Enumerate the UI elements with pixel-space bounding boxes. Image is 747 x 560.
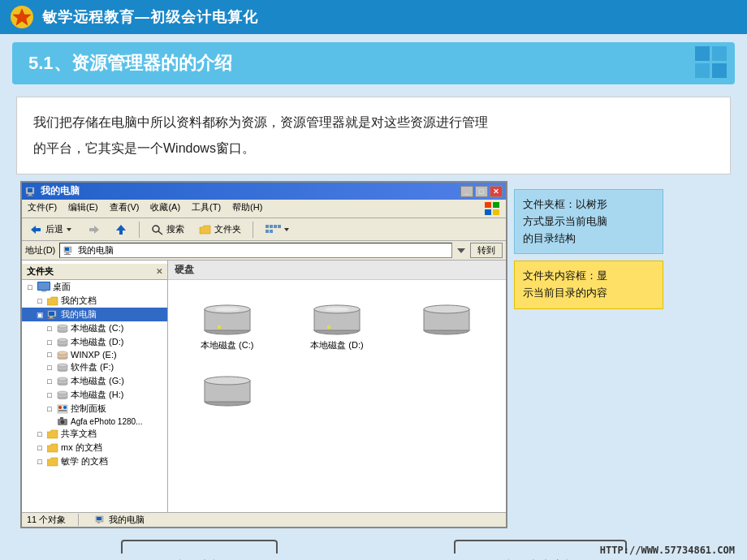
menu-edit[interactable]: 编辑(E) [66, 200, 101, 217]
tree-label: 我的文档 [61, 295, 97, 307]
drive-d-icon [311, 296, 363, 335]
svg-rect-3 [28, 188, 32, 192]
expand-icon: □ [45, 404, 54, 414]
drive-c-icon [201, 296, 253, 335]
titlebar-left: 我的电脑 [25, 184, 80, 198]
svg-rect-8 [485, 209, 491, 215]
search-button[interactable]: 搜索 [146, 221, 189, 238]
status-object-count: 11 个对象 [27, 514, 79, 526]
shared-folder-icon [47, 429, 58, 439]
tree-item-controlpanel[interactable]: □ 控制面板 [22, 402, 167, 416]
up-icon [114, 224, 127, 235]
svg-rect-69 [218, 325, 221, 329]
drive-extra2-item[interactable] [176, 364, 278, 415]
tree-item-f[interactable]: □ 软件盘 (F:) [22, 360, 167, 374]
svg-marker-13 [116, 225, 126, 235]
tree-item-d[interactable]: □ 本地磁盘 (D:) [22, 335, 167, 349]
label-group-left: 文件夹框 [118, 539, 280, 560]
computer-icon [47, 310, 58, 320]
drive-extra1-icon [421, 296, 473, 335]
tree-item-e[interactable]: □ WINXP (E:) [22, 349, 167, 360]
expand-icon [45, 416, 54, 426]
tree-item-minxuedocs[interactable]: □ 敏学 的文档 [22, 454, 167, 468]
view-button[interactable] [260, 222, 295, 238]
info-box-content-pane-text: 文件夹内容框：显示当前目录的内容 [523, 269, 607, 299]
svg-point-73 [325, 308, 349, 312]
drive-e-icon [57, 351, 68, 360]
tree-item-h[interactable]: □ 本地磁盘 (H:) [22, 388, 167, 402]
tree-item-g[interactable]: □ 本地磁盘 (G:) [22, 374, 167, 388]
tree-item-mxdocs[interactable]: □ mx 的文档 [22, 441, 167, 454]
expand-icon: □ [35, 457, 45, 467]
menu-tools[interactable]: 工具(T) [189, 200, 223, 217]
svg-marker-10 [31, 226, 41, 234]
folders-button[interactable]: 文件夹 [194, 221, 246, 238]
address-dropdown-icon[interactable] [456, 246, 466, 256]
expand-icon: □ [45, 377, 54, 386]
go-button[interactable]: 转到 [470, 243, 503, 258]
svg-point-77 [424, 305, 469, 313]
explorer-toolbar: 后退 [22, 218, 506, 241]
svg-marker-32 [47, 297, 58, 305]
minimize-button[interactable]: _ [460, 186, 473, 197]
folder-tree-close[interactable]: ✕ [156, 267, 162, 276]
tree-item-mydocs[interactable]: □ 我的文档 [22, 294, 167, 308]
tree-item-mycomputer[interactable]: ▣ 我的电脑 [22, 308, 167, 321]
up-button[interactable] [110, 222, 132, 238]
tree-item-c[interactable]: □ 本地磁盘 (C:) [22, 321, 167, 335]
drive-c-item[interactable]: 本地磁盘 (C:) [176, 292, 278, 355]
back-button[interactable]: 后退 [25, 221, 77, 238]
drive-g-icon [57, 377, 68, 386]
explorer-body: 文件夹 ✕ □ 桌面 □ 我的文档 ▣ [22, 261, 506, 512]
tree-item-shareddocs[interactable]: □ 共享文档 [22, 427, 167, 441]
svg-rect-26 [66, 252, 69, 254]
svg-point-39 [58, 325, 67, 328]
svg-point-51 [58, 377, 67, 381]
my-computer-small-icon [63, 246, 75, 256]
tree-label: 共享文档 [61, 428, 97, 440]
tree-item-camera[interactable]: Agfa ePhoto 1280... [22, 416, 167, 427]
close-button[interactable]: ✕ [490, 186, 503, 197]
explorer-window: 我的电脑 _ □ ✕ 文件(F) 编辑(E) 查看(V) 收藏(A) 工具(T)… [20, 181, 507, 528]
drive-icon [57, 324, 68, 333]
address-input[interactable]: 我的电脑 [59, 243, 452, 258]
menu-help[interactable]: 帮助(H) [230, 200, 265, 217]
svg-rect-35 [50, 317, 53, 318]
tree-item-desktop[interactable]: □ 桌面 [22, 280, 167, 294]
desktop-icon [37, 282, 50, 292]
svg-point-57 [63, 406, 67, 409]
forward-button[interactable] [82, 222, 105, 238]
menu-favorites[interactable]: 收藏(A) [148, 200, 183, 217]
status-computer-icon [95, 515, 106, 525]
tree-label: 本地磁盘 (C:) [71, 322, 123, 334]
drive-h-icon [57, 390, 68, 399]
svg-rect-4 [28, 194, 32, 196]
svg-rect-5 [27, 196, 33, 196]
svg-line-15 [158, 231, 162, 235]
expand-icon: □ [45, 390, 54, 400]
svg-rect-82 [97, 517, 101, 520]
drive-d-label: 本地磁盘 (D:) [310, 339, 363, 351]
explorer-addressbar: 地址(D) 我的电脑 转到 [22, 241, 506, 261]
expand-icon: □ [25, 282, 35, 292]
menu-view[interactable]: 查看(V) [107, 200, 142, 217]
brace-left-icon [118, 539, 280, 555]
svg-point-60 [60, 420, 65, 424]
svg-marker-23 [284, 228, 289, 231]
content-pane: 硬盘 本地磁盘 (C:) [168, 261, 506, 512]
drive-f-icon [57, 363, 68, 372]
header-title: 敏学远程教育—初级会计电算化 [42, 7, 258, 27]
drive-extra1-item[interactable] [396, 292, 498, 355]
info-box-content-pane: 文件夹内容框：显示当前目录的内容 [514, 261, 663, 309]
lower-section: 我的电脑 _ □ ✕ 文件(F) 编辑(E) 查看(V) 收藏(A) 工具(T)… [20, 181, 727, 528]
drive-icon [57, 338, 68, 347]
dropdown-arrow-icon [66, 226, 72, 233]
description-line2: 的平台，它其实是一个Windows窗口。 [33, 136, 714, 162]
folder-tree: 文件夹 ✕ □ 桌面 □ 我的文档 ▣ [22, 261, 168, 512]
restore-button[interactable]: □ [475, 186, 488, 197]
titlebar-buttons[interactable]: _ □ ✕ [460, 186, 503, 197]
menu-file[interactable]: 文件(F) [25, 200, 59, 217]
drive-d-item[interactable]: 本地磁盘 (D:) [286, 292, 387, 355]
svg-rect-74 [327, 325, 330, 329]
svg-marker-16 [200, 226, 210, 234]
